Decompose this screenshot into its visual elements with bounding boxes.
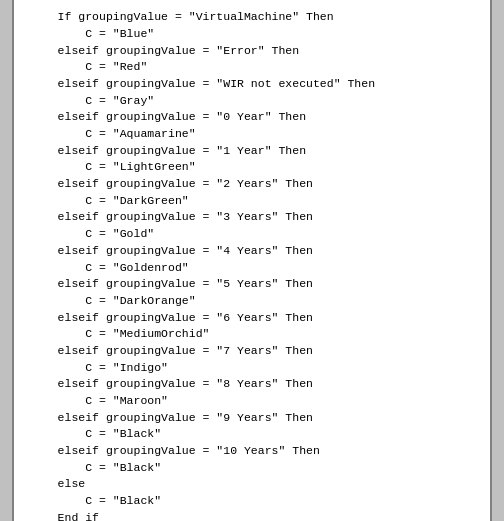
code-line: elseif groupingValue = "1 Year" Then [30, 143, 474, 160]
code-line: C = "Black" [30, 460, 474, 477]
code-line: C = "Aquamarine" [30, 126, 474, 143]
code-line: If groupingValue = "VirtualMachine" Then [30, 9, 474, 26]
code-line: C = "Indigo" [30, 360, 474, 377]
code-line: C = "DarkOrange" [30, 293, 474, 310]
code-line: C = "Black" [30, 426, 474, 443]
code-line: elseif groupingValue = "9 Years" Then [30, 410, 474, 427]
code-line: elseif groupingValue = "5 Years" Then [30, 276, 474, 293]
code-window: Public Function GetColor(ByVal groupingV… [12, 0, 492, 521]
code-line: C = "Red" [30, 59, 474, 76]
code-line: C = "Maroon" [30, 393, 474, 410]
code-line: elseif groupingValue = "Error" Then [30, 43, 474, 60]
code-line: elseif groupingValue = "0 Year" Then [30, 109, 474, 126]
code-line: elseif groupingValue = "3 Years" Then [30, 209, 474, 226]
code-line: elseif groupingValue = "2 Years" Then [30, 176, 474, 193]
code-content: Public Function GetColor(ByVal groupingV… [30, 0, 474, 521]
code-line: else [30, 476, 474, 493]
code-line: C = "DarkGreen" [30, 193, 474, 210]
code-line: C = "Black" [30, 493, 474, 510]
code-line: C = "MediumOrchid" [30, 326, 474, 343]
code-line: End if [30, 510, 474, 521]
code-line: elseif groupingValue = "10 Years" Then [30, 443, 474, 460]
code-line: elseif groupingValue = "8 Years" Then [30, 376, 474, 393]
code-line: elseif groupingValue = "7 Years" Then [30, 343, 474, 360]
code-line: C = "Gray" [30, 93, 474, 110]
code-line: elseif groupingValue = "4 Years" Then [30, 243, 474, 260]
code-line: C = "Blue" [30, 26, 474, 43]
code-line [30, 0, 474, 9]
code-line: elseif groupingValue = "6 Years" Then [30, 310, 474, 327]
code-line: C = "Gold" [30, 226, 474, 243]
code-line: C = "LightGreen" [30, 159, 474, 176]
code-line: elseif groupingValue = "WIR not executed… [30, 76, 474, 93]
code-line: C = "Goldenrod" [30, 260, 474, 277]
